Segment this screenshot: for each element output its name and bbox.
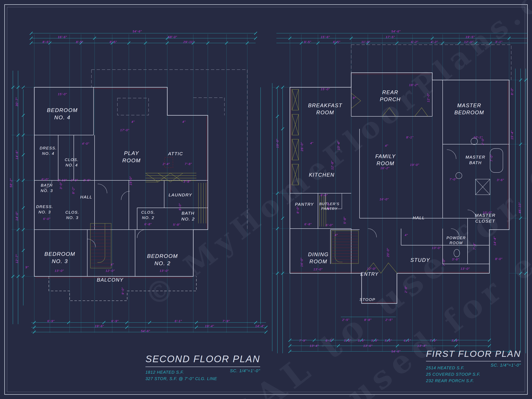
room-label: CLOS. NO. 3 <box>65 210 79 220</box>
dimension-label: 2'-10" <box>58 178 67 182</box>
room-label: HALL <box>80 194 92 200</box>
dimension-label: 4'-0" <box>82 142 89 145</box>
dimension-label: 12'-0" <box>367 267 376 270</box>
dimension-label: 7'-9" <box>299 339 306 342</box>
dimension-label: 8'-5" <box>110 40 117 44</box>
dimension-label: 6'-0" <box>42 177 49 181</box>
dimension-label: 54'-6" <box>141 329 150 333</box>
dimension-label: 6'-1" <box>404 339 411 342</box>
dimension-label: 9" <box>353 96 356 100</box>
dimension-label: 19'-4" <box>205 324 214 328</box>
dimension-label: 14'-6" <box>15 150 19 159</box>
second-floor-title: SECOND FLOOR PLAN <box>146 353 260 367</box>
dimension-label: 14'-4" <box>493 236 496 246</box>
dimension-label: 13'-4" <box>337 141 340 150</box>
room-label: BEDROOM NO. 2 <box>147 253 178 267</box>
dimension-label: 3'-1" <box>495 40 502 44</box>
room-label: DINING ROOM <box>308 251 329 265</box>
room-label: DRESS. NO. 3 <box>36 204 53 215</box>
dimension-label: 12'-0" <box>464 40 473 44</box>
dimension-label: 3'-6" <box>497 178 504 182</box>
dimension-label: 14'-4" <box>255 324 264 328</box>
dimension-label: 3'-6" <box>83 178 91 182</box>
dimension-label: 6'-2" <box>411 40 418 44</box>
dimension-label: 13'-0" <box>432 246 441 250</box>
blueprint-sheet: © MyHomeFloorPlans.com ILLEGAL to use fo… <box>0 0 532 399</box>
dimension-label: 7'-0" <box>450 177 457 181</box>
dimension-label: 2'-4" <box>163 162 170 166</box>
dimension-label: 4'-2" <box>431 40 438 44</box>
dimension-label: 15'-0" <box>58 92 67 96</box>
dimension-label: 3'-4" <box>358 339 365 342</box>
dimension-label: 13'-0" <box>160 269 169 272</box>
second-floor-titleblock: SECOND FLOOR PLAN SC. 1/4"=1'-0" 1812 HE… <box>146 353 260 382</box>
room-label: DRESS. NO. 4 <box>40 146 57 156</box>
dimension-label: 2'-5" <box>386 318 393 322</box>
room-label: BEDROOM NO. 3 <box>44 250 75 265</box>
room-label: FAMILY ROOM <box>375 153 396 167</box>
dimension-label: 17'-0" <box>120 128 129 132</box>
dimension-label: 13'-0" <box>461 267 470 270</box>
dimension-label: 13'-4" <box>417 344 426 348</box>
dimension-label: 7'-4" <box>473 243 476 250</box>
room-label: REAR PORCH <box>380 89 401 103</box>
dimension-label: 29'-11" <box>183 40 194 44</box>
dimension-label: 15'-0" <box>321 87 330 91</box>
dimension-label: 12'-0" <box>106 269 115 272</box>
room-label: STOOP <box>360 297 375 302</box>
dimension-label: 4" <box>405 233 408 237</box>
dimension-label: 6'-8" <box>304 222 312 226</box>
dimension-label: 4" <box>310 141 313 145</box>
dimension-label: 7'-9" <box>430 339 437 342</box>
room-label: LAUNDRY <box>169 192 192 198</box>
dimension-label: 12'-8" <box>330 161 334 170</box>
dimension-label: 16'-0" <box>129 176 132 185</box>
room-label: BALCONY <box>97 277 124 283</box>
dimension-label: 58'-2" <box>9 178 13 187</box>
dimension-label: 19'-0" <box>410 163 419 166</box>
dimension-label: 10'-0" <box>483 211 492 214</box>
room-label: HALL <box>413 215 425 221</box>
dimension-label: 8'-0" <box>495 257 502 261</box>
room-label: PLAY ROOM <box>122 150 141 164</box>
dimension-label: 11'-6" <box>361 40 370 44</box>
room-label: BEDROOM NO. 4 <box>47 107 78 121</box>
dimension-label: 2'-8" <box>404 286 407 293</box>
dimension-label: 3'-4" <box>371 339 378 342</box>
dimension-label: 6'-8" <box>145 222 152 226</box>
dimension-label: 7'-9" <box>222 319 230 323</box>
dimension-label: 30'-7" <box>15 97 19 106</box>
dimension-label: 8'-0" <box>321 193 328 197</box>
dimension-label: 4" <box>182 120 186 123</box>
first-floor-titleblock: FIRST FLOOR PLAN SC. 1/4"=1'-0" 2514 HEA… <box>426 349 521 384</box>
dimension-label: 26'-0" <box>300 142 304 151</box>
dimension-label: 8'-0" <box>178 203 182 210</box>
dimension-label: 4" <box>385 144 388 147</box>
dimension-label: 16'-0" <box>300 258 304 267</box>
dimension-label: 9'-0" <box>121 287 125 295</box>
dimension-label: 7'-0" <box>490 154 493 162</box>
dimension-label: 5'-8" <box>173 223 180 226</box>
dimension-label: 9'-5" <box>304 40 311 44</box>
dimension-label: 15'-4" <box>510 131 514 140</box>
dimension-label: 4'-0" <box>327 202 330 209</box>
dimension-label: 8'-2" <box>71 187 75 194</box>
dimension-label: 6'-1" <box>175 319 182 323</box>
dimension-label: 58'-0" <box>168 35 177 39</box>
dimension-label: 8'-0" <box>296 206 299 214</box>
dimension-label: 18'-2" <box>409 83 418 87</box>
dimension-label: 17'-5" <box>386 35 395 39</box>
dimension-label: 2'-5" <box>342 318 349 322</box>
dimension-label: 5'-8" <box>343 217 346 224</box>
dimension-label: 19'-6" <box>95 324 104 328</box>
dimension-label: 54'-6" <box>391 30 400 33</box>
dimension-label: 12'-0" <box>426 93 430 102</box>
dimension-label: 13'-0" <box>313 267 323 271</box>
dimension-label: 6'-0" <box>326 223 333 227</box>
room-label: POWDER ROOM <box>447 235 466 246</box>
dimension-label: 16'-6" <box>58 35 67 39</box>
dimension-label: 13'-6" <box>363 344 372 348</box>
room-label: BREAKFAST ROOM <box>308 102 342 116</box>
dimension-label: 6'-9" <box>47 319 55 323</box>
dimension-label: 3'-0" <box>59 182 63 189</box>
